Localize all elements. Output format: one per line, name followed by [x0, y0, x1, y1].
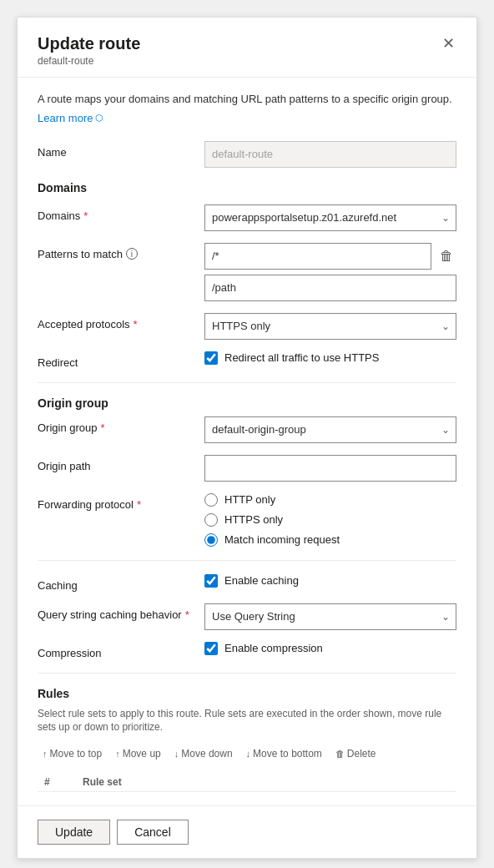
patterns-control-wrap: 🗑 [204, 243, 456, 301]
name-label: Name [38, 141, 204, 159]
caching-row: Caching Enable caching [38, 574, 456, 592]
redirect-checkbox[interactable] [204, 351, 218, 365]
origin-path-control [204, 455, 456, 482]
accepted-protocols-row: Accepted protocols * HTTPS only HTTP onl… [38, 313, 456, 340]
move-top-icon: ↑ [43, 749, 48, 759]
accepted-protocols-select[interactable]: HTTPS only HTTP only HTTP and HTTPS [204, 313, 456, 340]
caching-label: Caching [38, 574, 204, 592]
move-to-top-button[interactable]: ↑ Move to top [38, 744, 107, 763]
accepted-protocols-label: Accepted protocols * [38, 313, 204, 331]
forwarding-https-radio[interactable] [204, 513, 218, 527]
origin-group-select-wrap: default-origin-group ⌄ [204, 416, 456, 443]
query-string-label: Query string caching behavior * [38, 603, 204, 621]
panel-subtitle: default-route [38, 55, 456, 67]
accepted-protocols-required: * [134, 318, 138, 331]
domains-select[interactable]: powerappsportalsetup.z01.azurefd.net [204, 204, 456, 231]
compression-row: Compression Enable compression [38, 642, 456, 659]
origin-group-section-heading: Origin group [38, 396, 456, 410]
pattern1-row: 🗑 [204, 243, 456, 270]
enable-compression-row: Enable compression [204, 642, 456, 655]
panel-header: Update route default-route ✕ [18, 18, 476, 78]
forwarding-match-row: Match incoming request [204, 533, 456, 547]
caching-control: Enable caching [204, 574, 456, 588]
accepted-protocols-select-wrap: HTTPS only HTTP only HTTP and HTTPS ⌄ [204, 313, 456, 340]
forwarding-https-label[interactable]: HTTPS only [224, 513, 283, 526]
forwarding-match-label[interactable]: Match incoming request [224, 533, 340, 546]
rules-name-header: Rule set [83, 776, 450, 788]
enable-caching-checkbox[interactable] [204, 574, 218, 588]
forwarding-http-label[interactable]: HTTP only [224, 493, 275, 506]
update-button[interactable]: Update [38, 820, 110, 845]
rules-delete-button[interactable]: 🗑 Delete [330, 744, 381, 763]
redirect-control: Redirect all traffic to use HTTPS [204, 351, 456, 365]
update-route-panel: Update route default-route ✕ A route map… [17, 17, 477, 859]
rules-hash-header: # [44, 776, 69, 788]
pattern2-row [204, 275, 456, 301]
forwarding-https-row: HTTPS only [204, 513, 456, 527]
learn-more-link[interactable]: Learn more ⬡ [38, 112, 103, 124]
name-field-row: Name [38, 141, 456, 168]
patterns-label: Patterns to match i [38, 243, 204, 260]
panel-title: Update route [38, 34, 456, 53]
rules-section: Rules Select rule sets to apply to this … [38, 687, 456, 793]
forwarding-protocol-row: Forwarding protocol * HTTP only HTTPS on… [38, 493, 456, 547]
compression-control: Enable compression [204, 642, 456, 655]
pattern1-delete-button[interactable]: 🗑 [436, 245, 456, 267]
origin-path-label: Origin path [38, 455, 204, 472]
query-string-select[interactable]: Use Query String Ignore Query String Use… [204, 603, 456, 630]
domains-control-wrap: powerappsportalsetup.z01.azurefd.net ⌄ [204, 204, 456, 231]
forwarding-match-radio[interactable] [204, 533, 218, 547]
panel-body: A route maps your domains and matching U… [18, 78, 476, 805]
forwarding-required: * [137, 498, 141, 511]
redirect-checkbox-label[interactable]: Redirect all traffic to use HTTPS [224, 351, 379, 364]
enable-compression-checkbox[interactable] [204, 642, 218, 655]
move-down-button[interactable]: ↓ Move down [169, 744, 238, 763]
rules-section-heading: Rules [38, 687, 456, 700]
origin-path-input[interactable] [204, 455, 456, 482]
redirect-checkbox-row: Redirect all traffic to use HTTPS [204, 351, 456, 365]
origin-group-row: Origin group * default-origin-group ⌄ [38, 416, 456, 443]
accepted-protocols-control: HTTPS only HTTP only HTTP and HTTPS ⌄ [204, 313, 456, 340]
name-control-wrap [204, 141, 456, 168]
divider2 [38, 560, 456, 561]
domains-label: Domains * [38, 204, 204, 222]
cancel-button[interactable]: Cancel [117, 820, 189, 845]
move-down-icon: ↓ [174, 749, 179, 759]
patterns-info-icon: i [126, 248, 138, 260]
query-string-required: * [185, 608, 189, 621]
origin-group-required: * [101, 421, 105, 434]
move-up-icon: ↑ [115, 749, 120, 759]
rules-table-header: # Rule set [38, 773, 456, 792]
forwarding-protocol-control: HTTP only HTTPS only Match incoming requ… [204, 493, 456, 547]
forwarding-protocol-label: Forwarding protocol * [38, 493, 204, 511]
pattern1-input[interactable] [204, 243, 431, 270]
query-string-select-wrap: Use Query String Ignore Query String Use… [204, 603, 456, 630]
patterns-field-row: Patterns to match i 🗑 [38, 243, 456, 301]
enable-caching-label[interactable]: Enable caching [224, 574, 299, 587]
rules-delete-icon: 🗑 [335, 749, 345, 759]
compression-label: Compression [38, 642, 204, 659]
panel-description: A route maps your domains and matching U… [38, 91, 456, 108]
domains-select-wrap: powerappsportalsetup.z01.azurefd.net ⌄ [204, 204, 456, 231]
origin-group-select[interactable]: default-origin-group [204, 416, 456, 443]
external-link-icon: ⬡ [95, 113, 103, 124]
divider1 [38, 382, 456, 383]
name-input[interactable] [204, 141, 456, 168]
move-to-bottom-button[interactable]: ↓ Move to bottom [241, 744, 327, 763]
domains-section-heading: Domains [38, 181, 456, 194]
forwarding-http-radio[interactable] [204, 493, 218, 507]
redirect-label: Redirect [38, 351, 204, 369]
move-up-button[interactable]: ↑ Move up [110, 744, 166, 763]
enable-compression-label[interactable]: Enable compression [224, 642, 323, 654]
query-string-row: Query string caching behavior * Use Quer… [38, 603, 456, 630]
close-button[interactable]: ✕ [437, 34, 460, 53]
domains-required: * [83, 209, 88, 222]
domains-field-row: Domains * powerappsportalsetup.z01.azure… [38, 204, 456, 231]
query-string-control: Use Query String Ignore Query String Use… [204, 603, 456, 630]
origin-group-control: default-origin-group ⌄ [204, 416, 456, 443]
pattern2-input[interactable] [204, 275, 456, 301]
origin-group-label: Origin group * [38, 416, 204, 434]
forwarding-radio-group: HTTP only HTTPS only Match incoming requ… [204, 493, 456, 547]
origin-path-row: Origin path [38, 455, 456, 482]
redirect-row: Redirect Redirect all traffic to use HTT… [38, 351, 456, 369]
